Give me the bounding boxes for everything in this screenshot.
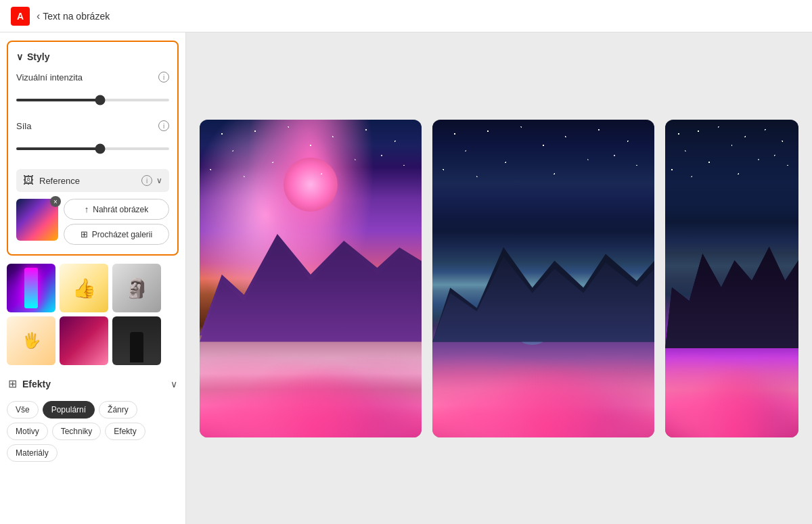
upload-image-button[interactable]: ↑ Nahrát obrázek <box>64 199 169 220</box>
filter-efekty[interactable]: Efekty <box>105 423 145 440</box>
reference-section: 🖼 Reference i ∨ × <box>16 169 169 245</box>
reference-right: i ∨ <box>141 175 162 186</box>
upload-icon: ↑ <box>85 204 89 214</box>
upload-buttons: ↑ Nahrát obrázek ⊞ Procházet galerii <box>64 199 169 245</box>
thumbnail-dark-person[interactable] <box>112 316 161 365</box>
filter-vse[interactable]: Vše <box>7 401 39 419</box>
topbar: A ‹ Text na obrázek <box>0 0 812 32</box>
content-area <box>186 32 812 524</box>
reference-label: Reference <box>39 176 80 186</box>
browse-gallery-button[interactable]: ⊞ Procházet galerii <box>64 224 169 245</box>
visual-intensity-info-icon[interactable]: i <box>158 72 169 82</box>
image-card-2[interactable] <box>432 120 654 437</box>
thumbnail-pink-smoke[interactable] <box>60 316 108 365</box>
reference-left: 🖼 Reference <box>23 174 80 187</box>
visual-intensity-slider[interactable] <box>16 99 169 101</box>
strength-label: Síla <box>16 121 31 131</box>
reference-header[interactable]: 🖼 Reference i ∨ <box>16 169 169 192</box>
styles-panel: ∨ Styly Vizuální intenzita i Síla <box>7 41 179 256</box>
starfield-3 <box>665 120 798 263</box>
filter-tags: Vše Populární Žánry Motivy Techniky Efek… <box>7 396 179 467</box>
reference-info-icon[interactable]: i <box>141 175 152 186</box>
sidebar: ∨ Styly Vizuální intenzita i Síla <box>0 32 186 524</box>
thumbnail-gallery: 👍 🗿 🖐 <box>0 264 185 365</box>
strength-slider[interactable] <box>16 147 169 150</box>
reference-icon: 🖼 <box>23 174 34 187</box>
chevron-down-icon: ∨ <box>16 51 23 62</box>
strength-info-icon[interactable]: i <box>158 120 169 131</box>
filter-techniky[interactable]: Techniky <box>52 423 102 440</box>
visual-intensity-label: Vizuální intenzita <box>16 72 83 82</box>
filter-motivy[interactable]: Motivy <box>7 423 48 440</box>
back-button[interactable]: ‹ Text na obrázek <box>37 10 110 22</box>
upload-label: Nahrát obrázek <box>93 205 148 214</box>
back-label: Text na obrázek <box>43 11 110 22</box>
reference-chevron-icon: ∨ <box>156 176 162 185</box>
starfield-2 <box>432 120 654 263</box>
thumbnail-statue[interactable]: 🗿 <box>112 264 161 312</box>
visual-intensity-row: Vizuální intenzita i <box>16 72 169 110</box>
efekty-section: ⊞ Efekty ∨ Vše Populární Žánry Motivy Te… <box>0 372 185 467</box>
efekty-icon: ⊞ <box>8 377 17 390</box>
cloud-overlay-3 <box>665 326 798 437</box>
strength-row: Síla i <box>16 120 169 158</box>
styles-section-header[interactable]: ∨ Styly <box>16 51 169 62</box>
starfield-1 <box>200 120 422 263</box>
filter-zanry[interactable]: Žánry <box>99 401 137 419</box>
remove-reference-button[interactable]: × <box>50 196 61 207</box>
efekty-chevron-icon: ∨ <box>171 379 177 389</box>
reference-thumbnail-wrap: × <box>16 199 58 241</box>
thumbnail-like[interactable]: 👍 <box>60 264 108 312</box>
reference-content: × ↑ Nahrát obrázek ⊞ Procházet galerii <box>16 199 169 245</box>
image-card-1[interactable] <box>200 120 422 437</box>
cloud-overlay-2 <box>432 326 654 437</box>
main-layout: ∨ Styly Vizuální intenzita i Síla <box>0 32 812 524</box>
browse-label: Procházet galerii <box>92 230 152 239</box>
styles-label: Styly <box>27 51 49 62</box>
thumbnail-neon[interactable] <box>7 264 55 312</box>
image-card-3[interactable] <box>665 120 798 437</box>
efekty-header[interactable]: ⊞ Efekty ∨ <box>7 372 179 396</box>
filter-materialy[interactable]: Materiály <box>7 444 58 462</box>
gallery-icon: ⊞ <box>81 229 88 239</box>
thumb-row-1: 👍 🗿 <box>7 264 179 312</box>
thumb-row-2: 🖐 <box>7 316 179 365</box>
back-arrow-icon: ‹ <box>37 10 40 22</box>
thumbnail-hands[interactable]: 🖐 <box>7 316 55 365</box>
filter-popularni[interactable]: Populární <box>43 401 95 419</box>
cloud-overlay-1 <box>200 326 422 437</box>
efekty-label: Efekty <box>22 379 51 389</box>
adobe-logo: A <box>11 7 30 26</box>
